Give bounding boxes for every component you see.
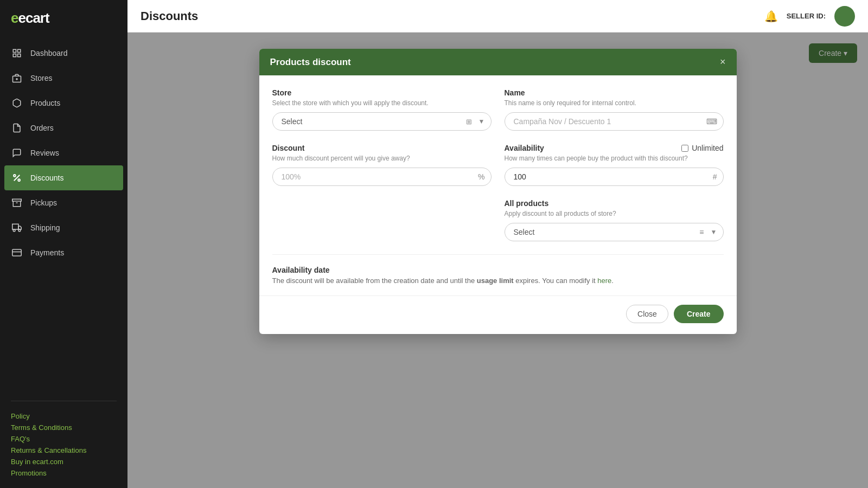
availability-date-text: The discount will be available from the … — [272, 277, 724, 285]
svg-rect-10 — [12, 199, 22, 201]
unlimited-checkbox-label[interactable]: Unlimited — [681, 144, 723, 152]
sidebar-item-label: Discounts — [30, 174, 63, 182]
avail-text-period: . — [611, 277, 614, 285]
name-input-wrapper: ⌨ — [505, 112, 724, 131]
section-divider — [272, 254, 724, 255]
chat-icon — [11, 147, 23, 159]
sidebar-item-orders[interactable]: Orders — [0, 115, 127, 140]
footer-link-faq[interactable]: FAQ's — [11, 435, 117, 443]
sidebar-item-label: Stores — [30, 74, 52, 82]
svg-rect-1 — [18, 49, 21, 52]
content-area: Create ▾ Products discount × Store Sele — [127, 33, 868, 488]
sidebar-item-pickups[interactable]: Pickups — [0, 190, 127, 215]
sidebar-item-label: Orders — [30, 124, 54, 132]
sidebar-logo: eecart — [0, 0, 127, 36]
main-area: Discounts 🔔 SELLER ID: Create ▾ Products… — [127, 0, 868, 488]
truck-icon — [11, 222, 23, 234]
footer-link-returns[interactable]: Returns & Cancellations — [11, 446, 117, 454]
name-label: Name — [505, 88, 724, 97]
discount-input[interactable] — [272, 168, 492, 186]
all-products-label: All products — [505, 199, 724, 208]
all-products-select[interactable]: Select Yes No — [505, 223, 724, 241]
store-icon — [11, 72, 23, 84]
modal-create-btn[interactable]: Create — [674, 305, 724, 323]
card-icon — [11, 247, 23, 259]
all-products-field-group: All products Apply discount to all produ… — [505, 199, 724, 241]
availability-field-group: Availability Unlimited How many times ca… — [505, 144, 724, 186]
modal-title: Products discount — [270, 57, 351, 68]
box-icon — [11, 97, 23, 109]
grid-icon — [11, 47, 23, 59]
store-label: Store — [272, 88, 492, 97]
footer-link-buy[interactable]: Buy in ecart.com — [11, 458, 117, 466]
modal-footer: Close Create — [259, 296, 737, 334]
sidebar-item-discounts[interactable]: Discounts — [4, 165, 123, 190]
store-hint: Select the store with which you will app… — [272, 99, 492, 107]
discount-field-group: Discount How much discount percent will … — [272, 144, 492, 186]
modal-overlay: Products discount × Store Select the sto… — [127, 33, 868, 488]
sidebar-item-reviews[interactable]: Reviews — [0, 140, 127, 165]
availability-label: Availability — [505, 144, 544, 152]
sidebar-item-label: Reviews — [30, 149, 59, 157]
availability-input[interactable] — [505, 168, 724, 186]
svg-line-7 — [14, 175, 20, 181]
name-hint: This name is only required for internal … — [505, 99, 724, 107]
sidebar-item-products[interactable]: Products — [0, 91, 127, 115]
discount-input-wrapper: % — [272, 168, 492, 186]
seller-id-label: SELLER ID: — [787, 12, 826, 20]
unlimited-checkbox[interactable] — [681, 145, 688, 152]
sidebar-item-stores[interactable]: Stores — [0, 66, 127, 91]
products-discount-modal: Products discount × Store Select the sto… — [259, 49, 737, 334]
modal-body: Store Select the store with which you wi… — [259, 75, 737, 285]
logo-text: eecart — [11, 10, 49, 27]
topbar-right: 🔔 SELLER ID: — [764, 6, 855, 27]
svg-rect-3 — [18, 54, 21, 57]
form-row-allproducts: All products Apply discount to all produ… — [272, 199, 724, 241]
sidebar-item-payments[interactable]: Payments — [0, 240, 127, 265]
discount-hint: How much discount percent will you give … — [272, 155, 492, 162]
name-input[interactable] — [505, 112, 724, 131]
availability-input-wrapper: # — [505, 168, 724, 186]
page-title: Discounts — [141, 9, 198, 23]
store-field-group: Store Select the store with which you wi… — [272, 88, 492, 131]
percent-icon — [11, 172, 23, 184]
sidebar-footer: Policy Terms & Conditions FAQ's Returns … — [0, 407, 127, 488]
avail-here-link[interactable]: here — [597, 277, 611, 285]
sidebar-item-label: Products — [30, 99, 60, 107]
modal-close-btn[interactable]: Close — [626, 305, 668, 323]
avail-text-after: expires. You can modify it — [514, 277, 598, 285]
svg-point-8 — [14, 175, 16, 177]
sidebar-item-label: Shipping — [30, 223, 60, 232]
svg-rect-0 — [13, 49, 16, 52]
svg-point-15 — [18, 229, 21, 232]
avail-text-before: The discount will be available from the … — [272, 277, 477, 285]
all-products-select-wrapper: Select Yes No ▼ ≡ — [505, 223, 724, 241]
bell-icon[interactable]: 🔔 — [764, 10, 778, 23]
sidebar: eecart Dashboard Stores Products — [0, 0, 127, 488]
store-select[interactable]: Select Store 1 Store 2 — [272, 112, 492, 131]
unlimited-label: Unlimited — [692, 144, 723, 152]
sidebar-item-shipping[interactable]: Shipping — [0, 215, 127, 240]
all-products-hint: Apply discount to all products of store? — [505, 210, 724, 217]
availability-hint: How many times can people buy the produc… — [505, 155, 724, 162]
availability-date-section: Availability date The discount will be a… — [272, 266, 724, 285]
store-select-wrapper: Select Store 1 Store 2 ▼ ⊞ — [272, 112, 492, 131]
footer-link-promotions[interactable]: Promotions — [11, 469, 117, 477]
sidebar-item-label: Dashboard — [30, 49, 68, 57]
sidebar-item-label: Pickups — [30, 198, 57, 207]
sidebar-item-dashboard[interactable]: Dashboard — [0, 41, 127, 66]
svg-rect-2 — [13, 54, 16, 57]
avatar — [834, 6, 855, 27]
form-row-discount-availability: Discount How much discount percent will … — [272, 144, 724, 186]
svg-point-9 — [18, 179, 20, 181]
package-icon — [11, 197, 23, 209]
footer-link-policy[interactable]: Policy — [11, 412, 117, 420]
name-field-group: Name This name is only required for inte… — [505, 88, 724, 131]
svg-point-14 — [13, 229, 15, 232]
footer-link-terms[interactable]: Terms & Conditions — [11, 423, 117, 432]
modal-close-button[interactable]: × — [720, 56, 726, 68]
availability-header: Availability Unlimited — [505, 144, 724, 152]
discount-label: Discount — [272, 144, 492, 152]
sidebar-divider — [11, 401, 117, 401]
svg-marker-13 — [18, 226, 21, 229]
